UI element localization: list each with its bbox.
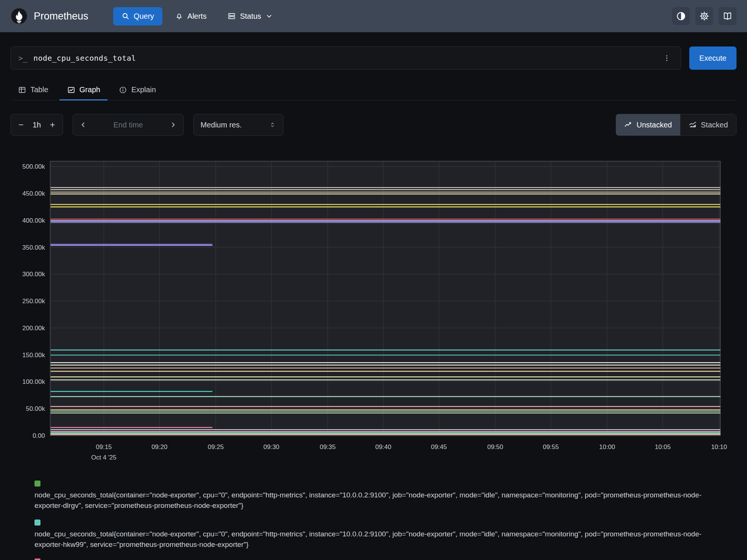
nav-alerts-button[interactable]: Alerts [167, 7, 215, 25]
legend-swatch [34, 559, 40, 560]
nav-alerts-label: Alerts [187, 12, 207, 21]
graph-icon [67, 86, 75, 94]
stacked-area-icon [689, 121, 697, 129]
legend-series-label[interactable]: node_cpu_seconds_total{container="node-e… [34, 529, 721, 550]
server-stack-icon [228, 12, 236, 20]
svg-text:150.00k: 150.00k [22, 352, 45, 359]
svg-text:10:10: 10:10 [711, 443, 727, 451]
chevron-left-icon [79, 121, 87, 129]
unstacked-button[interactable]: Unstacked [616, 114, 680, 136]
stacked-label: Stacked [701, 121, 728, 129]
svg-text:500.00k: 500.00k [22, 163, 45, 170]
chevron-up-down-icon [269, 121, 276, 129]
tab-table-label: Table [30, 85, 48, 94]
svg-text:10:00: 10:00 [599, 443, 615, 451]
svg-text:Oct 4 '25: Oct 4 '25 [91, 454, 117, 461]
tab-graph[interactable]: Graph [60, 79, 108, 100]
table-icon [18, 86, 26, 94]
end-time-picker[interactable]: End time [73, 114, 184, 136]
svg-text:09:55: 09:55 [543, 443, 559, 451]
end-time-forward-button[interactable] [165, 117, 181, 133]
svg-text:250.00k: 250.00k [22, 298, 45, 305]
end-time-placeholder[interactable]: End time [114, 121, 143, 129]
documentation-button[interactable] [719, 7, 737, 25]
tab-table[interactable]: Table [10, 79, 56, 100]
svg-text:350.00k: 350.00k [22, 244, 45, 251]
result-tabs: Table Graph Explain [10, 79, 737, 100]
range-increase-button[interactable]: + [45, 117, 60, 133]
range-value[interactable]: 1h [30, 121, 43, 129]
tab-graph-label: Graph [79, 85, 100, 94]
svg-text:450.00k: 450.00k [22, 190, 45, 197]
line-chart-icon [624, 121, 632, 129]
svg-text:09:50: 09:50 [487, 443, 503, 451]
contrast-icon [676, 11, 686, 21]
svg-text:09:20: 09:20 [151, 443, 168, 451]
svg-text:09:15: 09:15 [96, 443, 112, 451]
range-stepper: − 1h + [10, 114, 63, 136]
kebab-menu-icon [663, 54, 671, 62]
legend-item[interactable]: node_cpu_seconds_total{container="node-e… [34, 520, 721, 550]
brand: Prometheus [10, 7, 88, 25]
bell-icon [175, 12, 183, 20]
settings-button[interactable] [695, 7, 713, 25]
info-icon [119, 86, 127, 94]
legend-swatch [34, 520, 40, 526]
book-icon [723, 11, 732, 21]
svg-text:400.00k: 400.00k [22, 217, 45, 224]
svg-text:09:35: 09:35 [320, 443, 336, 451]
stacked-button[interactable]: Stacked [680, 114, 737, 136]
terminal-prompt-icon: >_ [18, 54, 27, 63]
nav-query-button[interactable]: Query [113, 7, 162, 25]
svg-text:50.00k: 50.00k [26, 405, 45, 412]
svg-text:100.00k: 100.00k [22, 378, 45, 385]
main-content: >_ node_cpu_seconds_total Execute Table [0, 46, 747, 560]
legend-item[interactable]: node_cpu_seconds_total{container="node-e… [34, 481, 721, 511]
svg-text:09:30: 09:30 [263, 443, 280, 451]
unstacked-label: Unstacked [636, 121, 672, 129]
brand-title: Prometheus [34, 10, 88, 22]
legend-item[interactable]: node_cpu_seconds_total{container="node-e… [34, 559, 721, 560]
nav-status-label: Status [240, 12, 261, 21]
tab-explain-label: Explain [131, 85, 156, 94]
svg-text:10:05: 10:05 [655, 443, 671, 451]
nav-query-label: Query [134, 12, 154, 21]
navbar: Prometheus Query Alerts Status [0, 0, 747, 32]
chart-svg[interactable]: 09:1509:2009:2509:3009:3509:4009:4509:50… [10, 155, 737, 466]
chevron-right-icon [169, 121, 177, 129]
svg-text:09:45: 09:45 [431, 443, 447, 451]
stacking-toggle: Unstacked Stacked [616, 114, 737, 136]
query-expression-input[interactable]: >_ node_cpu_seconds_total [10, 46, 681, 70]
tab-explain[interactable]: Explain [111, 79, 163, 100]
range-decrease-button[interactable]: − [13, 117, 29, 133]
svg-text:09:25: 09:25 [208, 443, 224, 451]
legend-swatch [34, 481, 40, 487]
navbar-right-actions [672, 7, 737, 25]
search-icon [121, 12, 130, 20]
query-options-kebab-button[interactable] [660, 52, 673, 64]
chevron-down-icon [265, 12, 273, 20]
end-time-back-button[interactable] [75, 117, 91, 133]
resolution-value: Medium res. [201, 121, 242, 129]
svg-text:200.00k: 200.00k [22, 325, 45, 332]
gear-icon [699, 11, 709, 21]
chart-panel: 09:1509:2009:2509:3009:3509:4009:4509:50… [10, 155, 737, 466]
legend: node_cpu_seconds_total{container="node-e… [34, 481, 721, 560]
svg-text:09:40: 09:40 [375, 443, 391, 451]
prometheus-logo-icon [10, 7, 28, 25]
resolution-select[interactable]: Medium res. [193, 114, 283, 136]
svg-text:300.00k: 300.00k [22, 271, 45, 278]
svg-text:0.00: 0.00 [33, 432, 45, 439]
query-expression-text[interactable]: node_cpu_seconds_total [33, 54, 654, 63]
query-row: >_ node_cpu_seconds_total Execute [10, 46, 737, 70]
theme-contrast-button[interactable] [672, 7, 690, 25]
nav-status-button[interactable]: Status [219, 7, 281, 25]
graph-controls: − 1h + End time Medium res. [10, 114, 737, 136]
execute-button[interactable]: Execute [689, 46, 737, 70]
legend-series-label[interactable]: node_cpu_seconds_total{container="node-e… [34, 490, 721, 511]
